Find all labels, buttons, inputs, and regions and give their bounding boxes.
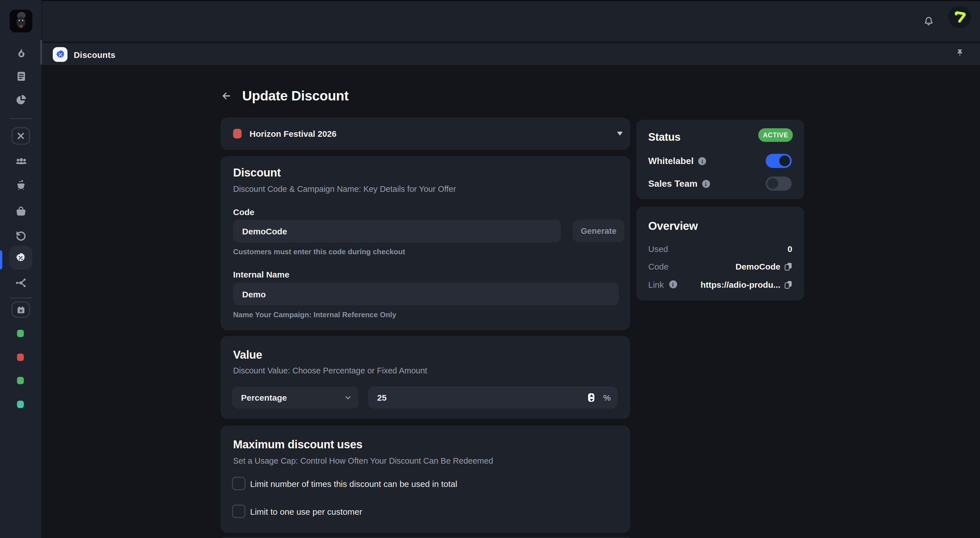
value-type-selected: Percentage [241,393,287,402]
discounts-tab-icon-box [53,47,67,62]
used-value: 0 [788,244,792,254]
main-content: Update Discount Horizon Festival 2026 Di… [42,65,980,538]
value-type-select[interactable]: Percentage [232,386,358,409]
info-icon[interactable] [698,157,706,165]
next-card-sliver [221,537,630,538]
number-spinner[interactable] [588,393,594,402]
toggle-knob [779,155,790,166]
value-card-title: Value [233,348,262,361]
info-icon[interactable] [669,280,677,288]
limit-total-label: Limit number of times this discount can … [250,479,457,489]
sales-team-row-label: Sales Team [648,179,710,189]
limit-total-checkbox[interactable] [232,477,245,490]
discount-badge-icon [55,49,65,60]
sidebar-item-brew[interactable] [0,179,42,192]
sidebar-item-trending[interactable] [0,47,42,60]
sidebar-event-dot-teal[interactable] [17,401,24,408]
code-input[interactable] [233,220,561,242]
sales-team-label: Sales Team [648,179,698,189]
copy-icon[interactable] [784,262,792,270]
overview-link-row: Link https://adio-produ... [648,279,792,290]
account-avatar[interactable] [948,6,971,29]
sidebar-item-analytics[interactable] [0,94,42,106]
workspace-avatar[interactable] [10,10,32,32]
max-uses-title: Maximum discount uses [233,438,363,451]
sidebar-item-discounts-active[interactable] [9,246,32,270]
back-button[interactable] [221,90,232,102]
sidebar-item-orders[interactable] [0,70,42,82]
value-card: Value Discount Value: Choose Percentage … [221,336,630,419]
sidebar-divider [10,297,32,299]
people-group-icon [14,155,27,168]
value-amount-input[interactable]: 25 % [368,386,617,409]
caret-down-icon [617,131,623,135]
sidebar-event-dot-red[interactable] [17,354,24,361]
used-label: Used [648,244,668,254]
discount-badge-icon [15,252,27,263]
value-card-subtitle: Discount Value: Choose Percentage or Fix… [233,366,427,375]
sidebar-item-history[interactable] [0,230,42,242]
active-indicator-bar [0,250,2,270]
gorilla-logo-image [10,10,32,32]
value-amount-text: 25 [377,393,387,402]
sidebar-item-tools[interactable] [11,127,30,145]
status-badge: ACTIVE [758,128,793,142]
limit-per-customer-checkbox[interactable] [232,504,245,518]
sidebar-event-dot-green-2[interactable] [17,377,24,384]
generate-button[interactable]: Generate [573,220,624,242]
bell-icon [923,16,934,27]
tab-discounts[interactable]: Discounts [53,46,115,62]
internal-name-helper-text: Name Your Campaign: Internal Reference O… [233,310,396,319]
pushpin-icon [955,48,965,58]
spinner-divider [589,397,594,398]
tab-bar: Discounts [42,42,980,65]
cauldron-icon [15,179,27,192]
sidebar-item-store[interactable] [0,205,42,217]
spinner-up-icon [590,394,593,396]
overview-title: Overview [648,220,698,233]
sidebar-event-dot-green[interactable] [17,330,24,337]
info-icon[interactable] [702,180,710,188]
link-label: Link [648,279,664,289]
page-title: Update Discount [242,88,348,104]
sidebar-item-integrations[interactable] [0,276,42,289]
copy-icon[interactable] [784,280,792,289]
discount-card: Discount Discount Code & Campaign Name: … [221,156,630,330]
campaign-select[interactable]: Horizon Festival 2026 [221,117,630,150]
topbar [42,1,980,42]
arrow-left-icon [221,90,232,102]
notifications-button[interactable] [923,16,934,27]
sidebar [0,0,42,538]
toggle-knob [767,178,778,189]
status-title: Status [648,131,681,144]
network-hub-icon [15,276,27,289]
crossed-tools-icon [16,131,25,141]
link-value: https://adio-produ... [700,279,780,289]
internal-name-input[interactable] [233,283,619,305]
whitelabel-row-label: Whitelabel [648,156,706,166]
calendar-plus-icon [16,305,25,314]
limit-per-customer-label: Limit to one use per customer [250,507,362,516]
archive-box-icon [15,70,27,82]
percent-unit-label: % [603,393,611,402]
brand-mark-icon [953,10,966,24]
tab-label: Discounts [74,49,115,59]
sidebar-item-customers[interactable] [0,155,42,168]
campaign-color-marker [233,129,242,138]
chevron-down-icon [344,393,352,402]
sidebar-item-new-event[interactable] [11,301,30,318]
whitelabel-toggle[interactable] [765,154,792,168]
sales-team-toggle[interactable] [765,177,792,190]
overview-code-value: DemoCode [735,261,780,271]
undo-icon [15,230,27,242]
app-window: Discounts Update Discount Horizon Festiv… [0,0,980,538]
status-card: Status ACTIVE Whitelabel Sales Team [636,120,804,199]
campaign-select-value: Horizon Festival 2026 [250,129,337,138]
sidebar-divider [10,118,32,119]
whitelabel-label: Whitelabel [648,156,694,166]
max-uses-card: Maximum discount uses Set a Usage Cap: C… [221,426,630,533]
flame-icon [15,47,27,60]
shopping-bag-icon [15,205,27,217]
code-helper-text: Customers must enter this code during ch… [233,247,405,256]
pin-tab-button[interactable] [955,48,965,58]
